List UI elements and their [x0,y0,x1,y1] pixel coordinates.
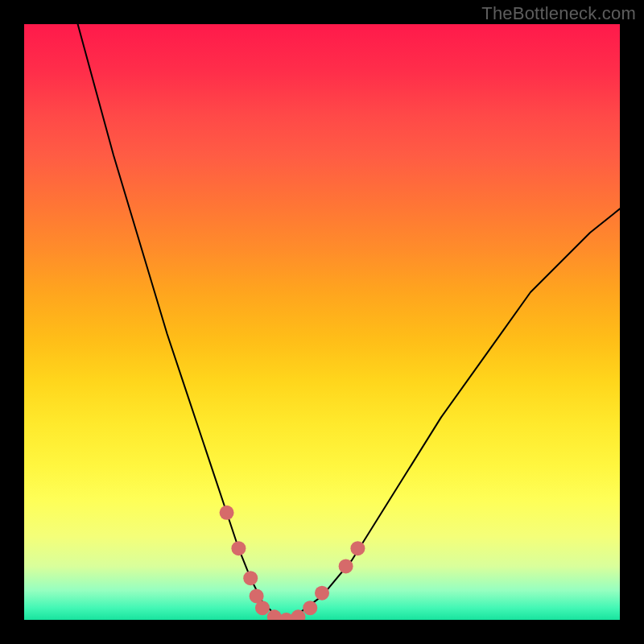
highlight-marker [243,571,258,585]
highlight-marker [315,586,329,601]
highlight-marker [220,506,234,520]
marker-layer [24,24,620,620]
highlight-markers [220,506,365,620]
chart-frame: TheBottleneck.com [0,0,644,644]
highlight-marker [255,601,270,615]
plot-area [24,24,620,620]
highlight-marker [231,541,246,555]
watermark-label: TheBottleneck.com [481,3,636,24]
highlight-marker [291,609,305,620]
highlight-marker [303,601,317,615]
highlight-marker [350,541,365,555]
highlight-marker [339,559,353,573]
